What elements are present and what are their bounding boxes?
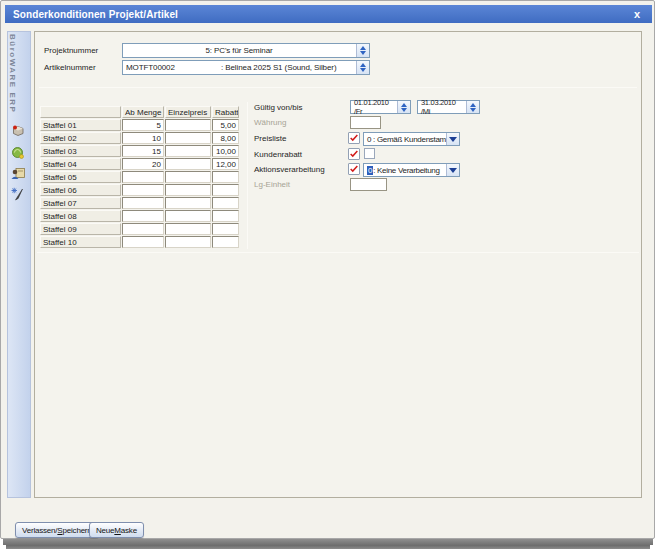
- up-arrow-icon: [401, 103, 407, 107]
- rabatt-cell[interactable]: [212, 184, 239, 196]
- aktion-value: : Keine Verarbeitung: [373, 166, 440, 175]
- staffel-row-label: Staffel 03: [40, 145, 121, 157]
- rabatt-cell[interactable]: 8,00: [212, 132, 239, 144]
- rabatt-cell[interactable]: [212, 210, 239, 222]
- aktion-dropdown[interactable]: 0 : Keine Verarbeitung: [363, 163, 460, 177]
- staffel-row-label: Staffel 05: [40, 171, 121, 183]
- window-shadow: [6, 545, 650, 549]
- einzelpreis-cell[interactable]: [165, 223, 211, 235]
- verlassen-speichern-button[interactable]: Verlassen/Speichern: [15, 522, 99, 538]
- staffel-row-label: Staffel 06: [40, 184, 121, 196]
- projektnummer-value: 5: PC's für Seminar: [123, 46, 369, 55]
- einzelpreis-cell[interactable]: [165, 184, 211, 196]
- ab-menge-cell[interactable]: 5: [122, 119, 164, 131]
- aktion-checked-icon[interactable]: [348, 163, 360, 175]
- staffel-row-label: Staffel 02: [40, 132, 121, 144]
- down-arrow-icon: [360, 68, 366, 72]
- rabatt-cell[interactable]: [212, 236, 239, 248]
- top-separator: [39, 87, 637, 88]
- app-window: Sonderkonditionen Projekt/Artikel x Büro…: [0, 0, 655, 539]
- gueltig-label: Gültig von/bis: [254, 103, 302, 112]
- dropdown-arrow-icon: [449, 168, 457, 173]
- staffel-row-label: Staffel 10: [40, 236, 121, 248]
- staffel-row-label: Staffel 09: [40, 223, 121, 235]
- contact-card-icon[interactable]: [10, 166, 26, 182]
- kundenrabatt-checkbox[interactable]: [364, 148, 375, 159]
- aktion-label: Aktionsverarbeitung: [254, 165, 325, 174]
- neue-maske-button[interactable]: Neue Maske: [89, 522, 144, 538]
- up-arrow-icon: [360, 46, 366, 50]
- preisliste-value: 0 : Gemäß Kundenstamm: [367, 135, 452, 144]
- rabatt-cell[interactable]: 12,00: [212, 158, 239, 170]
- einzelpreis-cell[interactable]: [165, 236, 211, 248]
- table-header-ab-menge: Ab Menge: [122, 106, 164, 118]
- einzelpreis-cell[interactable]: [165, 171, 211, 183]
- ab-menge-cell[interactable]: 15: [122, 145, 164, 157]
- signature-pen-icon[interactable]: [10, 186, 26, 202]
- ab-menge-cell[interactable]: [122, 171, 164, 183]
- ab-menge-cell[interactable]: [122, 236, 164, 248]
- projektnummer-spinner[interactable]: [356, 44, 369, 57]
- down-arrow-icon: [401, 108, 407, 112]
- globe-icon[interactable]: [10, 145, 26, 161]
- aktion-dropdown-button[interactable]: [446, 164, 459, 176]
- staffel-row-label: Staffel 08: [40, 210, 121, 222]
- projektnummer-label: Projektnummer: [44, 46, 98, 55]
- staffel-row-label: Staffel 07: [40, 197, 121, 209]
- table-header-einzelpreis: Einzelpreis: [165, 106, 211, 118]
- button-text: aske: [121, 526, 137, 535]
- artikelnummer-description: : Belinea 2025 S1 (Sound, Silber): [221, 63, 336, 72]
- ab-menge-cell[interactable]: [122, 197, 164, 209]
- brand-vertical-label: BüroWARE ERP: [8, 34, 17, 113]
- projektnummer-combobox[interactable]: 5: PC's für Seminar: [122, 43, 370, 58]
- gueltig-bis-spinner[interactable]: [466, 101, 479, 113]
- up-arrow-icon: [470, 103, 476, 107]
- rabatt-cell[interactable]: 10,00: [212, 145, 239, 157]
- ab-menge-cell[interactable]: [122, 184, 164, 196]
- down-arrow-icon: [360, 51, 366, 55]
- gueltig-bis-field[interactable]: 31.03.2010 /Mi: [417, 100, 480, 114]
- down-arrow-icon: [470, 108, 476, 112]
- window-title: Sonderkonditionen Projekt/Artikel: [13, 9, 178, 20]
- ab-menge-cell[interactable]: [122, 223, 164, 235]
- ab-menge-cell[interactable]: [122, 210, 164, 222]
- artikelnummer-code: MOTFT00002: [123, 63, 175, 72]
- kundenrabatt-checked-icon[interactable]: [348, 148, 360, 160]
- waehrung-label: Währung: [254, 118, 286, 127]
- preisliste-dropdown[interactable]: 0 : Gemäß Kundenstamm: [363, 132, 460, 146]
- staffel-row-label: Staffel 04: [40, 158, 121, 170]
- table-header-corner: [40, 106, 121, 118]
- content-separator: [37, 252, 639, 253]
- einzelpreis-cell[interactable]: [165, 158, 211, 170]
- einzelpreis-cell[interactable]: [165, 197, 211, 209]
- artikelnummer-combobox[interactable]: MOTFT00002 : Belinea 2025 S1 (Sound, Sil…: [122, 60, 370, 75]
- preisliste-checked-icon[interactable]: [348, 132, 360, 144]
- gueltig-von-spinner[interactable]: [397, 101, 410, 113]
- title-bar: Sonderkonditionen Projekt/Artikel x: [5, 5, 652, 23]
- preisliste-dropdown-button[interactable]: [446, 133, 459, 145]
- einzelpreis-cell[interactable]: [165, 119, 211, 131]
- gueltig-bis-value: 31.03.2010 /Mi: [421, 98, 465, 116]
- ab-menge-cell[interactable]: 20: [122, 158, 164, 170]
- staffel-table: Ab MengeEinzelpreisRabattStaffel 0155,00…: [40, 106, 239, 248]
- rabatt-cell[interactable]: [212, 223, 239, 235]
- einzelpreis-cell[interactable]: [165, 132, 211, 144]
- rabatt-cell[interactable]: 5,00: [212, 119, 239, 131]
- button-text: Neue: [96, 526, 114, 535]
- einzelpreis-cell[interactable]: [165, 210, 211, 222]
- gueltig-von-field[interactable]: 01.01.2010 /Fr: [350, 100, 411, 114]
- gueltig-von-value: 01.01.2010 /Fr: [354, 98, 396, 116]
- order-box-icon[interactable]: [10, 123, 26, 139]
- artikelnummer-spinner[interactable]: [356, 61, 369, 74]
- close-button[interactable]: x: [630, 9, 644, 20]
- up-arrow-icon: [360, 63, 366, 67]
- rabatt-cell[interactable]: [212, 197, 239, 209]
- rabatt-cell[interactable]: [212, 171, 239, 183]
- dropdown-arrow-icon: [449, 137, 457, 142]
- waehrung-input[interactable]: [350, 116, 381, 129]
- lg-einheit-input[interactable]: [350, 178, 387, 191]
- table-header-rabatt: Rabatt: [212, 106, 239, 118]
- einzelpreis-cell[interactable]: [165, 145, 211, 157]
- staffel-row-label: Staffel 01: [40, 119, 121, 131]
- ab-menge-cell[interactable]: 10: [122, 132, 164, 144]
